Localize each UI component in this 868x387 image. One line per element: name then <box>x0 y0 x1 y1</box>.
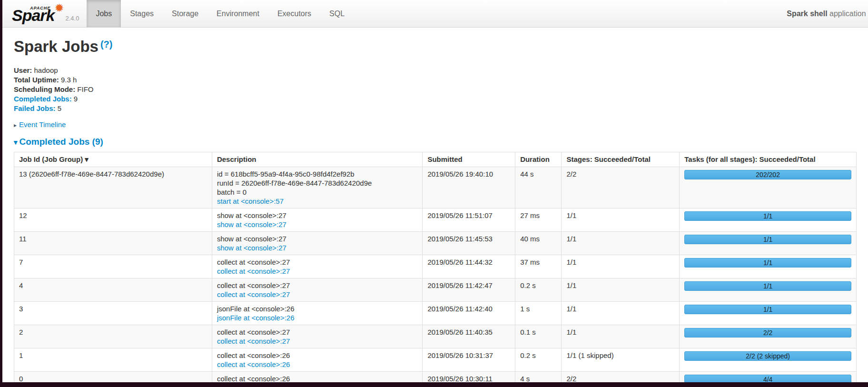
tab-jobs[interactable]: Jobs <box>87 0 121 27</box>
table-row: 7collect at <console>:27collect at <cons… <box>14 255 857 278</box>
summary-completed-jobs: Completed Jobs: 9 <box>14 94 857 104</box>
description-text: collect at <console>:27 <box>217 327 418 337</box>
tab-sql[interactable]: SQL <box>320 0 354 27</box>
job-detail-link[interactable]: collect at <console>:26 <box>217 360 290 368</box>
spark-version: 2.4.0 <box>66 15 79 23</box>
task-progress-bar: 1/1 <box>684 235 851 244</box>
header-duration[interactable]: Duration <box>515 152 562 167</box>
stages-cell: 1/1 <box>562 208 680 232</box>
submitted-cell: 2019/05/26 11:42:47 <box>423 278 515 302</box>
job-detail-link[interactable]: collect at <console>:27 <box>217 267 290 275</box>
description-text: runId = 2620e6ff-f78e-469e-8447-783d6242… <box>217 179 418 188</box>
job-id-cell: 1 <box>14 348 212 372</box>
uptime-label: Total Uptime: <box>14 76 59 84</box>
event-timeline-toggle[interactable]: ▸Event Timeline <box>14 120 857 130</box>
job-id-cell: 0 <box>14 372 212 383</box>
job-detail-link[interactable]: collect at <console>:27 <box>217 290 290 298</box>
event-timeline-link[interactable]: Event Timeline <box>19 120 66 129</box>
header-stages[interactable]: Stages: Succeeded/Total <box>562 152 680 167</box>
task-progress-bar: 2/2 <box>684 328 851 337</box>
tab-environment[interactable]: Environment <box>207 0 268 27</box>
description-text: jsonFile at <console>:26 <box>217 304 418 313</box>
duration-cell: 0.2 s <box>515 348 562 372</box>
stages-cell: 1/1 (1 skipped) <box>562 348 680 372</box>
job-description-cell: collect at <console>:26collect at <conso… <box>212 348 423 372</box>
submitted-cell: 2019/05/26 11:51:07 <box>423 208 515 232</box>
summary-failed-jobs: Failed Jobs: 5 <box>14 104 857 113</box>
browser-page: APACHESpark✹ 2.4.0 Jobs Stages Storage E… <box>2 0 868 382</box>
duration-cell: 27 ms <box>515 208 562 232</box>
job-detail-link[interactable]: start at <console>:57 <box>217 197 284 205</box>
header-submitted[interactable]: Submitted <box>423 152 515 167</box>
description-text: collect at <console>:27 <box>217 258 418 267</box>
task-progress-bar: 1/1 <box>684 305 851 314</box>
completed-jobs-link[interactable]: Completed Jobs: <box>14 95 72 103</box>
task-progress-bar: 1/1 <box>684 281 851 291</box>
job-id-cell: 2 <box>14 325 212 348</box>
tasks-cell: 2/2 (2 skipped) <box>680 348 857 372</box>
submitted-cell: 2019/05/26 19:40:10 <box>423 167 515 208</box>
header-tasks[interactable]: Tasks (for all stages): Succeeded/Total <box>680 152 857 167</box>
summary-user: User: hadoop <box>14 66 857 75</box>
tab-stages[interactable]: Stages <box>121 0 163 27</box>
stages-cell: 2/2 <box>562 167 680 208</box>
stages-cell: 1/1 <box>562 232 680 255</box>
table-row: 13 (2620e6ff-f78e-469e-8447-783d62420d9e… <box>14 167 857 208</box>
summary-list: User: hadoop Total Uptime: 9.3 h Schedul… <box>14 66 857 113</box>
tab-storage[interactable]: Storage <box>163 0 207 27</box>
stages-cell: 1/1 <box>562 302 680 325</box>
job-detail-link[interactable]: show at <console>:27 <box>217 220 286 228</box>
app-title: Spark shell application UI <box>787 10 868 18</box>
table-row: 1collect at <console>:26collect at <cons… <box>14 348 857 372</box>
task-progress-bar: 1/1 <box>684 211 851 221</box>
submitted-cell: 2019/05/26 11:44:32 <box>423 255 515 278</box>
expand-arrow-icon: ▸ <box>14 122 17 129</box>
job-description-cell: collect at <console>:27collect at <conso… <box>212 255 423 278</box>
stages-cell: 1/1 <box>562 325 680 348</box>
tasks-cell: 1/1 <box>680 232 857 255</box>
user-label: User: <box>14 66 32 74</box>
description-text: batch = 0 <box>217 188 418 197</box>
job-id-cell: 7 <box>14 255 212 278</box>
spark-logo[interactable]: APACHESpark✹ 2.4.0 <box>2 0 87 27</box>
tasks-cell: 202/202 <box>680 167 857 208</box>
job-id-cell: 4 <box>14 278 212 302</box>
help-link[interactable]: (?) <box>100 39 113 50</box>
job-id-cell: 3 <box>14 302 212 325</box>
job-id-cell: 12 <box>14 208 212 232</box>
tasks-cell: 2/2 <box>680 325 857 348</box>
apache-label: APACHE <box>30 6 50 10</box>
duration-cell: 40 ms <box>515 232 562 255</box>
navbar: APACHESpark✹ 2.4.0 Jobs Stages Storage E… <box>2 0 868 28</box>
spark-star-icon: ✹ <box>54 1 64 15</box>
submitted-cell: 2019/05/26 11:42:40 <box>423 302 515 325</box>
description-text: collect at <console>:26 <box>217 351 418 360</box>
stages-cell: 1/1 <box>562 278 680 302</box>
duration-cell: 0.1 s <box>515 325 562 348</box>
summary-scheduling-mode: Scheduling Mode: FIFO <box>14 85 857 94</box>
task-progress-bar: 1/1 <box>684 258 851 268</box>
job-description-cell: collect at <console>:26collect at <conso… <box>212 372 423 383</box>
header-job-id[interactable]: Job Id (Job Group) ▾ <box>14 152 212 167</box>
job-detail-link[interactable]: show at <console>:27 <box>217 244 286 252</box>
job-detail-link[interactable]: collect at <console>:27 <box>217 337 290 345</box>
main-content: Spark Jobs(?) User: hadoop Total Uptime:… <box>2 37 868 382</box>
tab-executors[interactable]: Executors <box>268 0 320 27</box>
job-id-cell: 11 <box>14 232 212 255</box>
description-text: id = 618bcff5-95a9-4f4a-95c0-98fd4f2ef92… <box>217 169 418 179</box>
job-description-cell: id = 618bcff5-95a9-4f4a-95c0-98fd4f2ef92… <box>212 167 423 208</box>
job-description-cell: show at <console>:27show at <console>:27 <box>212 208 423 232</box>
failed-jobs-link[interactable]: Failed Jobs: <box>14 104 56 112</box>
task-progress-bar: 202/202 <box>684 170 851 179</box>
jobs-table-header: Job Id (Job Group) ▾ Description Submitt… <box>14 152 857 167</box>
job-detail-link[interactable]: jsonFile at <console>:26 <box>217 314 295 322</box>
tasks-cell: 1/1 <box>680 255 857 278</box>
stages-cell: 2/2 <box>562 372 680 383</box>
description-text: show at <console>:27 <box>217 211 418 220</box>
submitted-cell: 2019/05/26 10:30:11 <box>423 372 515 383</box>
task-progress-bar: 4/4 <box>684 375 851 382</box>
completed-jobs-section-header[interactable]: ▾Completed Jobs (9) <box>14 137 857 148</box>
header-description[interactable]: Description <box>212 152 423 167</box>
completed-jobs-section-label: Completed Jobs (9) <box>20 137 103 147</box>
completed-jobs-table: Job Id (Job Group) ▾ Description Submitt… <box>14 152 857 382</box>
